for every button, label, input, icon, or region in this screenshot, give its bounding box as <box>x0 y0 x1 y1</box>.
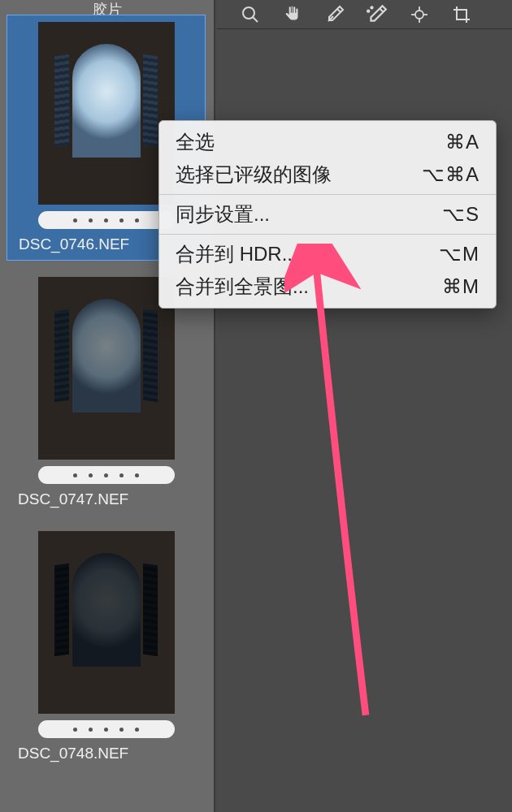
thumbnail-filename: DSC_0748.NEF <box>18 745 128 762</box>
rating-dots[interactable] <box>38 211 175 229</box>
thumbnail-image <box>38 22 175 205</box>
thumbnail-filename: DSC_0746.NEF <box>19 235 129 253</box>
menu-label: 选择已评级的图像 <box>176 162 332 188</box>
thumbnail-image <box>38 531 175 714</box>
menu-label: 合并到全景图... <box>176 274 309 300</box>
crop-icon[interactable] <box>449 2 474 27</box>
zoom-icon[interactable] <box>238 2 263 27</box>
menu-shortcut: ⌘A <box>445 131 479 153</box>
menu-separator <box>159 194 496 195</box>
rating-dots[interactable] <box>38 720 175 738</box>
menu-sync-settings[interactable]: 同步设置... ⌥S <box>159 198 496 231</box>
svg-point-0 <box>243 7 254 19</box>
menu-select-all[interactable]: 全选 ⌘A <box>159 126 496 158</box>
sidebar-title: 胶片 <box>93 0 122 6</box>
menu-label: 同步设置... <box>176 201 270 227</box>
menu-merge-panorama[interactable]: 合并到全景图... ⌘M <box>159 270 496 303</box>
svg-point-4 <box>415 11 423 19</box>
target-icon[interactable] <box>407 2 432 27</box>
menu-separator <box>159 234 496 235</box>
context-menu: 全选 ⌘A 选择已评级的图像 ⌥⌘A 同步设置... ⌥S 合并到 HDR...… <box>158 120 497 309</box>
svg-point-2 <box>371 6 372 8</box>
svg-line-1 <box>253 17 258 22</box>
thumbnail-image <box>38 277 175 460</box>
svg-point-3 <box>367 10 369 11</box>
hand-icon[interactable] <box>280 2 305 27</box>
menu-merge-hdr[interactable]: 合并到 HDR... ⌥M <box>159 238 496 270</box>
menu-shortcut: ⌘M <box>442 275 479 298</box>
thumbnail-filename: DSC_0747.NEF <box>18 490 128 508</box>
menu-shortcut: ⌥M <box>439 243 479 266</box>
menu-shortcut: ⌥S <box>442 203 479 226</box>
eyedropper-icon[interactable] <box>323 2 347 27</box>
menu-label: 合并到 HDR... <box>176 241 298 267</box>
eyedropper-adjust-icon[interactable] <box>365 2 389 27</box>
menu-label: 全选 <box>176 129 215 155</box>
rating-dots[interactable] <box>38 466 175 484</box>
thumbnail-item[interactable]: DSC_0748.NEF <box>7 525 206 769</box>
menu-shortcut: ⌥⌘A <box>422 163 479 186</box>
toolbar <box>217 0 512 29</box>
menu-select-rated[interactable]: 选择已评级的图像 ⌥⌘A <box>159 158 496 191</box>
sidebar-header: 胶片 <box>0 0 214 6</box>
